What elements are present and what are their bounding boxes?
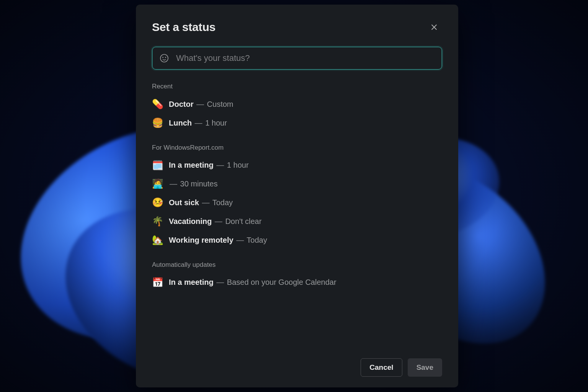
modal-footer: Cancel Save [152,350,442,387]
status-option[interactable]: 🗓️In a meeting — 1 hour [152,156,442,175]
status-emoji-icon: 🤒 [152,196,163,209]
smiley-icon [160,54,169,63]
section-heading: Automatically updates [152,261,442,269]
status-emoji-icon: 🌴 [152,215,163,228]
status-duration: 1 hour [205,119,227,127]
status-text: Doctor — Custom [169,99,233,110]
svg-point-3 [163,57,163,57]
status-duration: Today [247,236,267,244]
status-option[interactable]: 🧑‍💻— 30 minutes [152,175,442,193]
status-emoji-icon: 🗓️ [152,159,163,172]
status-text: Working remotely — Today [169,235,267,246]
status-text: In a meeting — 1 hour [169,160,249,171]
separator: — [216,278,224,286]
status-duration: Based on your Google Calendar [227,278,336,286]
status-emoji-icon: 🧑‍💻 [152,177,163,191]
separator: — [202,198,209,207]
status-option[interactable]: 📅In a meeting — Based on your Google Cal… [152,273,442,292]
separator: — [236,236,244,244]
status-text-input[interactable] [176,53,436,63]
emoji-picker-button[interactable] [158,52,170,64]
status-option[interactable]: 🌴Vacationing — Don't clear [152,212,442,231]
status-text: — 30 minutes [169,178,217,189]
separator: — [215,217,222,225]
status-emoji-icon: 📅 [152,276,163,289]
svg-point-2 [160,54,168,62]
status-option[interactable]: 🤒Out sick — Today [152,193,442,212]
separator: — [170,180,177,188]
status-option[interactable]: 🏡Working remotely — Today [152,231,442,250]
svg-point-4 [165,57,166,57]
status-duration: Don't clear [225,217,261,225]
status-text: Lunch — 1 hour [169,118,227,129]
close-icon [430,23,438,31]
status-label: Out sick [169,198,199,207]
status-option[interactable]: 🍔Lunch — 1 hour [152,114,442,132]
status-duration: 1 hour [227,161,249,169]
status-label: Doctor [169,100,193,108]
status-label: In a meeting [169,161,214,169]
status-text: Out sick — Today [169,197,233,208]
status-section: Recent💊Doctor — Custom🍔Lunch — 1 hour [152,83,442,132]
status-label: Lunch [169,119,192,127]
separator: — [195,119,203,127]
cancel-button[interactable]: Cancel [361,358,402,377]
status-emoji-icon: 🏡 [152,234,163,247]
modal-title: Set a status [152,21,216,34]
status-emoji-icon: 💊 [152,98,163,111]
status-duration: Today [212,198,233,207]
separator: — [196,100,204,108]
close-button[interactable] [426,19,442,35]
status-label: In a meeting [169,278,214,286]
status-section: Automatically updates📅In a meeting — Bas… [152,261,442,292]
status-text: Vacationing — Don't clear [169,216,261,227]
status-label: Vacationing [169,217,212,225]
status-input-container[interactable] [152,47,442,70]
status-option[interactable]: 💊Doctor — Custom [152,95,442,114]
status-emoji-icon: 🍔 [152,116,163,130]
status-section: For WindowsReport.com🗓️In a meeting — 1 … [152,144,442,250]
status-duration: Custom [207,100,234,108]
status-text: In a meeting — Based on your Google Cale… [169,277,336,288]
status-label: Working remotely [169,236,234,244]
status-duration: 30 minutes [180,180,218,188]
separator: — [216,161,224,169]
modal-header: Set a status [152,17,442,47]
section-heading: Recent [152,83,442,90]
status-sections: Recent💊Doctor — Custom🍔Lunch — 1 hourFor… [152,83,442,350]
save-button[interactable]: Save [408,358,442,377]
set-status-modal: Set a status Recent💊Doctor — Custom🍔Lunc… [136,5,458,387]
section-heading: For WindowsReport.com [152,144,442,152]
